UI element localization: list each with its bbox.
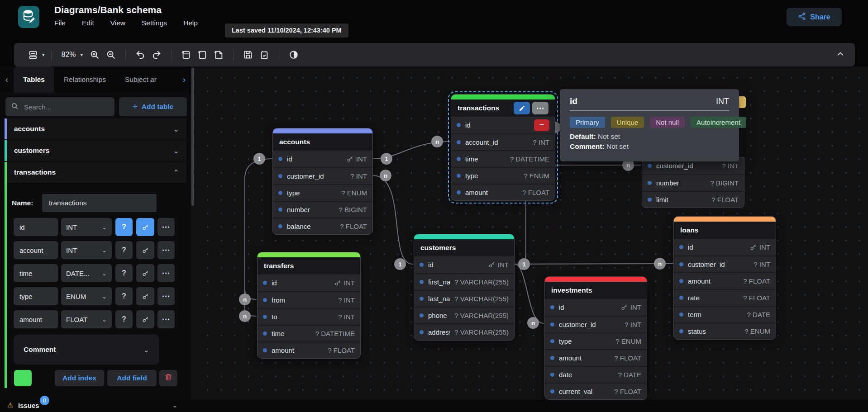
menu-item-help[interactable]: Help	[183, 19, 198, 27]
field-more-options-button[interactable]: ⋯	[157, 310, 175, 328]
table-field-term[interactable]: term? DATE	[674, 306, 776, 322]
tab-subject-ar[interactable]: Subject ar	[115, 66, 166, 93]
table-field-balance[interactable]: balance? FLOAT	[273, 218, 372, 234]
table-field-amount[interactable]: amount? FLOAT	[674, 272, 776, 289]
add-table-button[interactable]	[178, 47, 194, 63]
menu-item-edit[interactable]: Edit	[82, 19, 94, 27]
sidebar-table-item-customers[interactable]: customers⌄	[5, 140, 186, 161]
table-field-number[interactable]: number? BIGINT	[273, 201, 372, 218]
table-field-first_na...[interactable]: first_na...? VARCHAR(255)	[414, 273, 514, 290]
table-field-id[interactable]: id−	[451, 117, 555, 133]
layout-caret-icon[interactable]: ▾	[42, 52, 45, 58]
table-field-id[interactable]: idINT	[273, 151, 372, 167]
nullable-toggle-button[interactable]: ?	[115, 264, 133, 282]
table-field-number[interactable]: number? BIGINT	[642, 174, 744, 191]
canvas-table-transactions[interactable]: transactions⋯id−account_id? INTtime? DAT…	[451, 94, 555, 201]
field-type-select[interactable]: ENUM⌄	[61, 287, 112, 305]
field-more-options-button[interactable]: ⋯	[157, 287, 175, 305]
table-field-from[interactable]: from? INT	[258, 291, 360, 308]
table-field-customer_id[interactable]: customer_id? INT	[674, 256, 776, 272]
field-name-input[interactable]	[14, 264, 58, 282]
table-field-to[interactable]: to? INT	[258, 308, 360, 325]
field-type-select[interactable]: INT⌄	[61, 218, 112, 236]
tabs-scroll-right-icon[interactable]: ›	[177, 75, 191, 85]
tab-relationships[interactable]: Relationships	[54, 66, 115, 93]
add-table-sidebar-button[interactable]: + Add table	[119, 97, 187, 116]
table-field-current_val[interactable]: current_val? FLOAT	[545, 383, 647, 399]
table-field-id[interactable]: idINT	[258, 275, 360, 291]
field-more-options-button[interactable]: ⋯	[157, 264, 175, 282]
field-more-options-button[interactable]: ⋯	[157, 218, 175, 236]
canvas-table-customers[interactable]: customersidINTfirst_na...? VARCHAR(255)l…	[414, 234, 515, 341]
table-header[interactable]: accounts	[273, 133, 372, 151]
table-field-phone[interactable]: phone? VARCHAR(255)	[414, 307, 514, 323]
zoom-out-button[interactable]	[103, 47, 119, 63]
add-field-button[interactable]: Add field	[107, 370, 157, 386]
table-field-status[interactable]: status? ENUM	[674, 322, 776, 339]
field-type-select[interactable]: DATE...⌄	[61, 264, 112, 282]
field-name-input[interactable]	[14, 241, 58, 259]
menu-item-view[interactable]: View	[110, 19, 125, 27]
primary-key-toggle-button[interactable]	[136, 287, 154, 305]
table-search[interactable]: ⌄	[5, 97, 114, 116]
table-field-rate[interactable]: rate? FLOAT	[674, 289, 776, 306]
canvas-table-partially-hidden[interactable]: customer_id? INTnumber? BIGINTlimit? FLO…	[642, 157, 744, 208]
commit-button[interactable]	[256, 47, 272, 63]
table-header[interactable]: transfers	[258, 257, 360, 275]
diagram-layout-button[interactable]	[25, 47, 41, 63]
sidebar-table-item-accounts[interactable]: accounts⌄	[5, 118, 186, 139]
undo-button[interactable]	[132, 47, 148, 63]
primary-key-toggle-button[interactable]	[136, 218, 154, 236]
canvas-table-loans[interactable]: loansidINTcustomer_id? INTamount? FLOATr…	[673, 216, 776, 340]
canvas-table-accounts[interactable]: accountsidINTcustomer_id? INTtype? ENUMn…	[272, 128, 373, 235]
nullable-toggle-button[interactable]: ?	[115, 287, 133, 305]
canvas-table-investments[interactable]: investmentsidINTcustomer_id? INTtype? EN…	[544, 276, 647, 400]
field-name-input[interactable]	[14, 287, 58, 305]
menu-item-file[interactable]: File	[54, 19, 66, 27]
primary-key-toggle-button[interactable]	[136, 241, 154, 259]
table-field-address[interactable]: address? VARCHAR(255)	[414, 323, 514, 340]
field-type-select[interactable]: FLOAT⌄	[61, 310, 112, 328]
field-type-select[interactable]: INT⌄	[61, 241, 112, 259]
table-color-swatch[interactable]	[14, 370, 32, 386]
table-field-id[interactable]: idINT	[414, 256, 514, 273]
chevron-up-icon[interactable]: ⌃	[173, 168, 179, 177]
field-name-input[interactable]	[14, 218, 58, 236]
table-field-type[interactable]: type? ENUM	[451, 167, 555, 184]
table-field-customer_id[interactable]: customer_id? INT	[273, 167, 372, 184]
edit-table-button[interactable]	[514, 102, 530, 114]
table-field-time[interactable]: time? DATETIME	[258, 325, 360, 341]
table-field-amount[interactable]: amount? FLOAT	[545, 349, 647, 366]
table-field-time[interactable]: time? DATETIME	[451, 150, 555, 167]
canvas-table-transfers[interactable]: transfersidINTfrom? INTto? INTtime? DATE…	[257, 252, 361, 359]
nullable-toggle-button[interactable]: ?	[115, 310, 133, 328]
primary-key-toggle-button[interactable]	[136, 310, 154, 328]
app-logo[interactable]	[18, 6, 39, 28]
delete-table-button[interactable]	[159, 370, 177, 386]
nullable-toggle-button[interactable]: ?	[115, 241, 133, 259]
chevron-down-icon[interactable]: ⌄	[173, 125, 179, 133]
nullable-toggle-button[interactable]: ?	[115, 218, 133, 236]
table-field-type[interactable]: type? ENUM	[545, 332, 647, 349]
table-field-id[interactable]: idINT	[674, 239, 776, 256]
field-more-options-button[interactable]: ⋯	[157, 241, 175, 259]
add-note-button[interactable]	[210, 47, 227, 63]
table-name-input[interactable]	[42, 194, 157, 212]
save-button[interactable]	[240, 47, 256, 63]
redo-button[interactable]	[148, 47, 165, 63]
table-more-button[interactable]: ⋯	[532, 102, 548, 114]
sidebar-scrollbar-thumb[interactable]	[191, 68, 194, 206]
table-field-account_id[interactable]: account_id? INT	[451, 133, 555, 150]
add-index-button[interactable]: Add index	[55, 370, 104, 386]
issues-label[interactable]: Issues	[18, 402, 39, 409]
table-header[interactable]: customers	[414, 239, 514, 256]
theme-toggle-button[interactable]	[286, 47, 302, 63]
table-field-customer_id[interactable]: customer_id? INT	[545, 316, 647, 332]
table-field-type[interactable]: type? ENUM	[273, 184, 372, 201]
share-button[interactable]: Share	[787, 8, 842, 26]
issues-chevron-icon[interactable]: ⌄	[172, 401, 178, 409]
table-field-id[interactable]: idINT	[545, 299, 647, 316]
zoom-in-button[interactable]	[86, 47, 103, 63]
add-area-button[interactable]	[194, 47, 210, 63]
comment-accordion[interactable]: Comment ⌄	[14, 335, 159, 365]
